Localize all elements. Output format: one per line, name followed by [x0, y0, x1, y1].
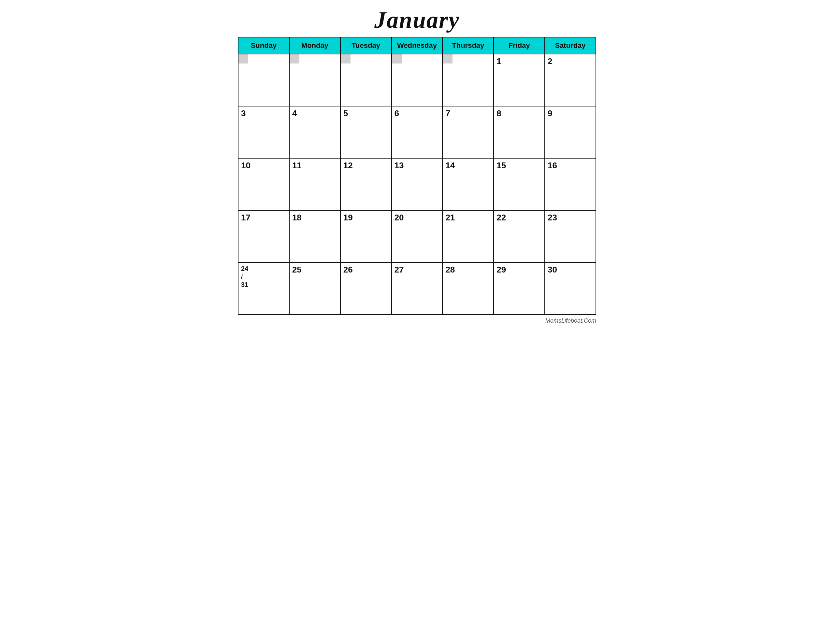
day-cell[interactable]: 23	[545, 210, 596, 262]
day-cell[interactable]: 29	[493, 262, 545, 315]
day-cell[interactable]: 6	[391, 106, 443, 158]
day-cell[interactable]: 26	[341, 262, 391, 315]
day-cell[interactable]: 2	[545, 54, 596, 106]
calendar-table: SundayMondayTuesdayWednesdayThursdayFrid…	[238, 37, 596, 315]
day-number: 18	[292, 213, 302, 223]
day-cell[interactable]: 14	[443, 158, 493, 210]
day-number: 26	[343, 265, 353, 274]
day-number: 3	[241, 108, 246, 118]
watermark: MomsLifeboat.Com	[238, 318, 596, 324]
day-number: 8	[496, 108, 501, 118]
day-number: 20	[394, 213, 404, 223]
day-cell[interactable]: 27	[391, 262, 443, 315]
header-cell-sunday: Sunday	[238, 37, 289, 54]
day-cell[interactable]: 5	[341, 106, 391, 158]
day-cell[interactable]: 18	[289, 210, 341, 262]
header-cell-thursday: Thursday	[443, 37, 493, 54]
header-cell-friday: Friday	[493, 37, 545, 54]
day-number: 27	[394, 265, 404, 274]
header-cell-wednesday: Wednesday	[391, 37, 443, 54]
day-number: 1	[496, 56, 501, 66]
day-cell[interactable]: 8	[493, 106, 545, 158]
day-number: 13	[394, 160, 404, 170]
day-number: 15	[496, 160, 506, 170]
day-cell[interactable]: 28	[443, 262, 493, 315]
week-row-4: 17181920212223	[238, 210, 596, 262]
week-row-3: 10111213141516	[238, 158, 596, 210]
week-row-2: 3456789	[238, 106, 596, 158]
day-cell[interactable]	[289, 54, 341, 106]
day-cell[interactable]: 17	[238, 210, 289, 262]
day-cell[interactable]: 24/31	[238, 262, 289, 315]
day-cell[interactable]	[238, 54, 289, 106]
calendar-container: January SundayMondayTuesdayWednesdayThur…	[238, 6, 596, 324]
day-number: 12	[343, 160, 353, 170]
day-number: 22	[496, 213, 506, 223]
day-cell[interactable]: 25	[289, 262, 341, 315]
day-cell[interactable]: 12	[341, 158, 391, 210]
day-cell[interactable]	[341, 54, 391, 106]
day-number: 4	[292, 108, 297, 118]
day-number: 16	[548, 160, 557, 170]
header-cell-saturday: Saturday	[545, 37, 596, 54]
day-cell[interactable]: 11	[289, 158, 341, 210]
header-cell-tuesday: Tuesday	[341, 37, 391, 54]
week-row-5: 24/31252627282930	[238, 262, 596, 315]
day-number: 23	[548, 213, 557, 223]
day-number: 14	[445, 160, 455, 170]
day-number: 7	[445, 108, 450, 118]
day-number: 21	[445, 213, 455, 223]
day-cell[interactable]: 21	[443, 210, 493, 262]
day-number: 10	[241, 160, 251, 170]
day-number: 11	[292, 160, 302, 170]
header-cell-monday: Monday	[289, 37, 341, 54]
day-cell[interactable]: 15	[493, 158, 545, 210]
corner-decoration	[341, 54, 351, 63]
day-number: 5	[343, 108, 348, 118]
day-cell[interactable]: 20	[391, 210, 443, 262]
day-cell[interactable]: 1	[493, 54, 545, 106]
day-cell[interactable]: 10	[238, 158, 289, 210]
day-cell[interactable]: 30	[545, 262, 596, 315]
day-cell[interactable]: 22	[493, 210, 545, 262]
day-number: 17	[241, 213, 251, 223]
calendar-title: January	[238, 6, 596, 34]
day-cell[interactable]: 13	[391, 158, 443, 210]
day-number: 24/31	[241, 265, 248, 288]
day-number: 28	[445, 265, 455, 274]
day-cell[interactable]: 9	[545, 106, 596, 158]
day-cell[interactable]: 4	[289, 106, 341, 158]
day-cell[interactable]	[443, 54, 493, 106]
header-row: SundayMondayTuesdayWednesdayThursdayFrid…	[238, 37, 596, 54]
day-cell[interactable]: 3	[238, 106, 289, 158]
corner-decoration	[238, 54, 248, 63]
day-cell[interactable]	[391, 54, 443, 106]
day-number: 9	[548, 108, 552, 118]
corner-decoration	[289, 54, 299, 63]
day-number: 25	[292, 265, 302, 274]
corner-decoration	[392, 54, 402, 63]
day-cell[interactable]: 16	[545, 158, 596, 210]
week-row-1: 12	[238, 54, 596, 106]
corner-decoration	[443, 54, 453, 63]
day-cell[interactable]: 19	[341, 210, 391, 262]
day-cell[interactable]: 7	[443, 106, 493, 158]
day-number: 19	[343, 213, 353, 223]
day-number: 29	[496, 265, 506, 274]
day-number: 2	[548, 56, 552, 66]
day-number: 6	[394, 108, 399, 118]
day-number: 30	[548, 265, 557, 274]
